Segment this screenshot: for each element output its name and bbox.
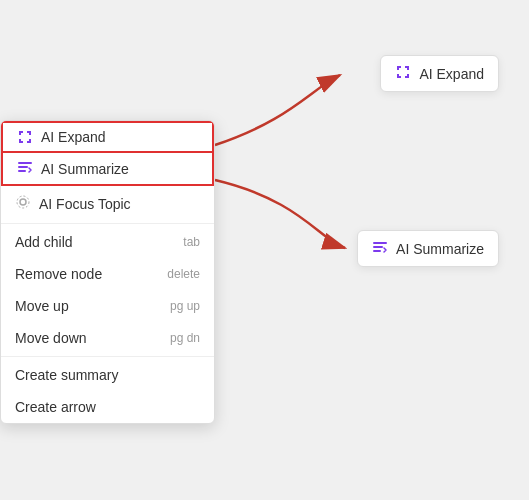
svg-rect-6 [373,246,383,248]
menu-item-move-up-shortcut: pg up [170,299,200,313]
svg-rect-0 [18,162,32,164]
menu-item-move-up-label: Move up [15,298,69,314]
menu-item-create-summary-left: Create summary [15,367,118,383]
menu-divider-2 [1,356,214,357]
menu-item-move-down-left: Move down [15,330,87,346]
menu-item-create-arrow-left: Create arrow [15,399,96,415]
card-summarize-label: AI Summarize [396,241,484,257]
svg-point-3 [20,199,26,205]
menu-item-ai-expand[interactable]: AI Expand [1,121,214,153]
menu-divider-1 [1,223,214,224]
menu-item-add-child-left: Add child [15,234,73,250]
menu-item-create-summary[interactable]: Create summary [1,359,214,391]
menu-item-move-down-shortcut: pg dn [170,331,200,345]
menu-item-move-up[interactable]: Move up pg up [1,290,214,322]
svg-point-4 [17,196,29,208]
menu-item-ai-summarize[interactable]: AI Summarize [1,153,214,186]
menu-item-add-child-label: Add child [15,234,73,250]
arrow-expand [215,75,340,145]
svg-rect-5 [373,242,387,244]
svg-rect-2 [18,170,26,172]
svg-rect-1 [18,166,28,168]
menu-item-move-down-label: Move down [15,330,87,346]
card-ai-expand: AI Expand [380,55,499,92]
menu-item-add-child-shortcut: tab [183,235,200,249]
menu-item-add-child[interactable]: Add child tab [1,226,214,258]
context-menu: AI Expand AI Summarize [0,120,215,424]
menu-item-remove-node-left: Remove node [15,266,102,282]
card-expand-label: AI Expand [419,66,484,82]
summarize-icon [17,159,33,178]
card-ai-summarize: AI Summarize [357,230,499,267]
svg-rect-7 [373,250,381,252]
menu-item-ai-focus-label: AI Focus Topic [39,196,131,212]
arrow-summarize [215,180,345,248]
focus-icon [15,194,31,213]
menu-item-create-arrow-label: Create arrow [15,399,96,415]
menu-item-move-up-left: Move up [15,298,69,314]
card-summarize-icon [372,239,388,258]
menu-item-create-summary-label: Create summary [15,367,118,383]
menu-item-move-down[interactable]: Move down pg dn [1,322,214,354]
menu-item-remove-node-shortcut: delete [167,267,200,281]
card-expand-icon [395,64,411,83]
menu-item-ai-focus-left: AI Focus Topic [15,194,131,213]
menu-item-ai-expand-label: AI Expand [41,129,106,145]
expand-icon [17,129,33,145]
menu-item-remove-node-label: Remove node [15,266,102,282]
menu-item-create-arrow[interactable]: Create arrow [1,391,214,423]
menu-item-ai-summarize-left: AI Summarize [17,159,129,178]
menu-item-remove-node[interactable]: Remove node delete [1,258,214,290]
menu-item-ai-focus[interactable]: AI Focus Topic [1,186,214,221]
menu-item-ai-summarize-label: AI Summarize [41,161,129,177]
menu-item-ai-expand-left: AI Expand [17,129,106,145]
